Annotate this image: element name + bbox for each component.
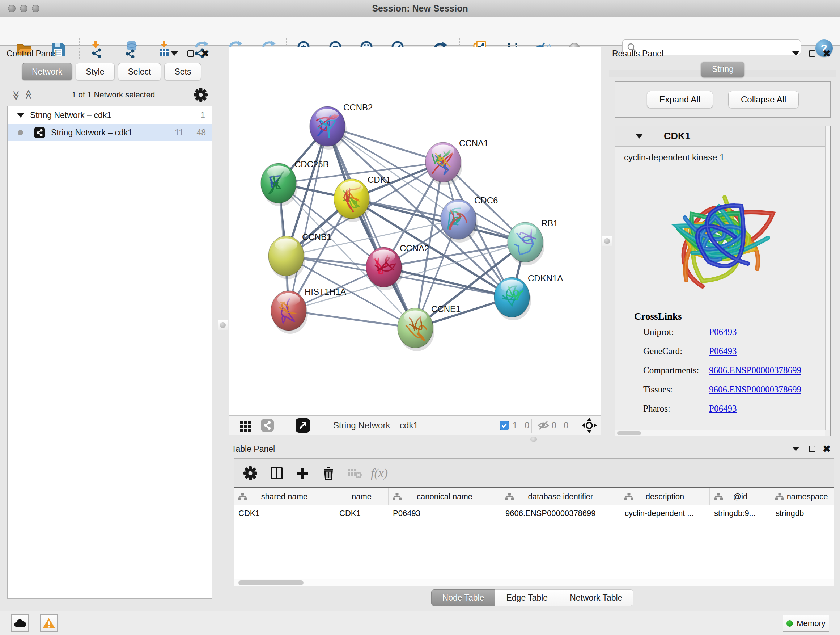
node-CCNE1[interactable]: CCNE1 [398,304,461,351]
crosslink-label: Tissues: [643,385,709,394]
network-options-gear-icon[interactable] [194,88,208,102]
birdseye-navigator-icon[interactable] [581,416,597,435]
node-label-RB1: RB1 [541,218,558,228]
tab-sets[interactable]: Sets [164,63,201,80]
network-status-dot [18,130,23,135]
results-horizontal-scrollbar[interactable] [615,430,825,436]
node-CCNB1[interactable]: CCNB1 [268,232,332,279]
results-panel-title: Results Panel [612,49,663,59]
edge-CCNA2-CDKN1A[interactable] [384,267,512,297]
memory-button[interactable]: Memory [783,615,829,632]
node-RB1[interactable]: RB1 [508,218,558,265]
network-label: String Network – cdk1 [51,128,133,138]
panel-close-icon[interactable]: ✖ [201,49,209,58]
crosslink-link[interactable]: 9606.ENSP00000378699 [709,385,801,394]
collapse-all-button[interactable]: Collapse All [728,91,799,108]
node-CCNA1[interactable]: CCNA1 [425,138,488,185]
tab-string[interactable]: String [701,62,745,78]
panel-float-icon[interactable] [187,50,194,57]
selected-checkbox[interactable] [500,416,509,435]
tab-network[interactable]: Network [22,63,73,80]
warnings-button[interactable] [40,614,58,632]
horizontal-splitter-grip[interactable] [531,437,537,442]
column-header-name[interactable]: name [335,488,388,505]
column-header--id[interactable]: @id [710,488,771,505]
tab-node-table[interactable]: Node Table [431,589,496,606]
node-CCNB2[interactable]: CCNB2 [309,103,373,149]
collection-expand-icon[interactable] [17,113,24,118]
column-header-canonical-name[interactable]: canonical name [388,488,501,505]
collapse-all-networks-icon[interactable]: ≫ [11,90,22,99]
gene-symbol: CDK1 [664,131,691,142]
network-collection-row[interactable]: String Network – cdk1 1 [8,106,212,124]
network-canvas[interactable]: CCNB2 CCNA1 CDC25B CDK1 CDC6 [229,47,601,416]
scrollbar-thumb[interactable] [238,580,303,585]
panel-float-icon[interactable] [809,446,815,452]
results-panel: Results Panel ✖ String Expand All Collap… [609,47,836,440]
scrollbar-thumb[interactable] [617,431,641,435]
left-splitter-grip[interactable] [218,320,228,330]
tab-style[interactable]: Style [76,63,114,80]
table-type-tabs: Node TableEdge TableNetwork Table [229,589,836,606]
tab-select[interactable]: Select [118,63,161,80]
crosslink-link[interactable]: P06493 [709,346,737,356]
delete-column-icon[interactable] [322,466,335,480]
results-panel-header: Results Panel ✖ [609,47,836,60]
expand-all-button[interactable]: Expand All [647,91,713,108]
window-minimize-traffic-light[interactable] [20,5,27,12]
panel-menu-icon[interactable] [171,51,178,56]
cell--id: stringdb:9... [710,505,771,522]
results-vertical-scrollbar[interactable] [825,126,830,430]
panel-menu-icon[interactable] [792,51,799,56]
open-view-icon[interactable] [295,416,310,435]
column-header-shared-name[interactable]: shared name [234,488,335,505]
column-header-description[interactable]: description [621,488,710,505]
delete-table-icon-disabled [347,467,362,479]
panel-close-icon[interactable]: ✖ [823,444,831,454]
toolbar-separator [531,419,532,432]
node-CCNA2[interactable]: CCNA2 [366,243,429,290]
column-header-database-identifier[interactable]: database identifier [501,488,621,505]
node-CDC25B[interactable]: CDC25B [261,159,329,206]
gene-section-header[interactable]: CDK1 [615,126,830,147]
panel-menu-icon[interactable] [792,447,799,451]
panel-close-icon[interactable]: ✖ [823,49,831,58]
cell-description: cyclin-dependent ... [621,505,710,522]
node-CDKN1A[interactable]: CDKN1A [494,273,563,320]
cloud-button[interactable] [11,614,29,632]
table-horizontal-scrollbar[interactable] [234,579,834,586]
protein-structure-image [622,171,823,308]
control-panel-tabs: NetworkStyleSelectSets [22,63,201,80]
network-row[interactable]: String Network – cdk1 11 48 [8,124,212,141]
node-CDC6[interactable]: CDC6 [441,195,498,242]
hidden-eye-icon[interactable] [537,416,549,435]
network-badge-icon[interactable] [261,416,274,435]
cytoscape-window: Session: New Session [0,0,840,635]
cell-shared-name: CDK1 [234,505,335,522]
window-close-traffic-light[interactable] [8,5,16,12]
tab-edge-table[interactable]: Edge Table [495,589,559,606]
table-toolbar: f(x) [234,459,834,488]
crosslink-link[interactable]: P06493 [709,327,737,337]
grid-view-icon[interactable] [239,416,251,435]
crosslink-link[interactable]: 9606.ENSP00000378699 [709,365,801,375]
toolbar-separator [575,419,575,432]
column-header-namespace[interactable]: namespace [771,488,834,505]
node-label-CCNB2: CCNB2 [343,103,373,112]
table-row[interactable]: CDK1CDK1P064939606.ENSP00000378699cyclin… [234,505,834,522]
gene-collapse-icon[interactable] [636,134,643,139]
expand-all-networks-icon[interactable]: ≫ [23,90,34,99]
edge-CCNB2-CCNE1[interactable] [327,126,415,328]
edge-CCNB2-HIST1H1A[interactable] [289,126,327,310]
add-column-icon[interactable] [296,466,309,480]
table-settings-gear-icon[interactable] [243,466,257,480]
panel-float-icon[interactable] [809,50,815,57]
window-zoom-traffic-light[interactable] [32,5,39,12]
crosslink-link[interactable]: P06493 [709,404,737,414]
function-builder-icon-disabled: f(x) [371,466,388,480]
table-panel-title: Table Panel [232,444,275,454]
tab-network-table[interactable]: Network Table [559,589,633,606]
node-HIST1H1A[interactable]: HIST1H1A [271,287,346,334]
results-content: CDK1 cyclin-dependent kinase 1 CrossLink… [615,126,831,436]
show-columns-icon[interactable] [270,466,283,480]
